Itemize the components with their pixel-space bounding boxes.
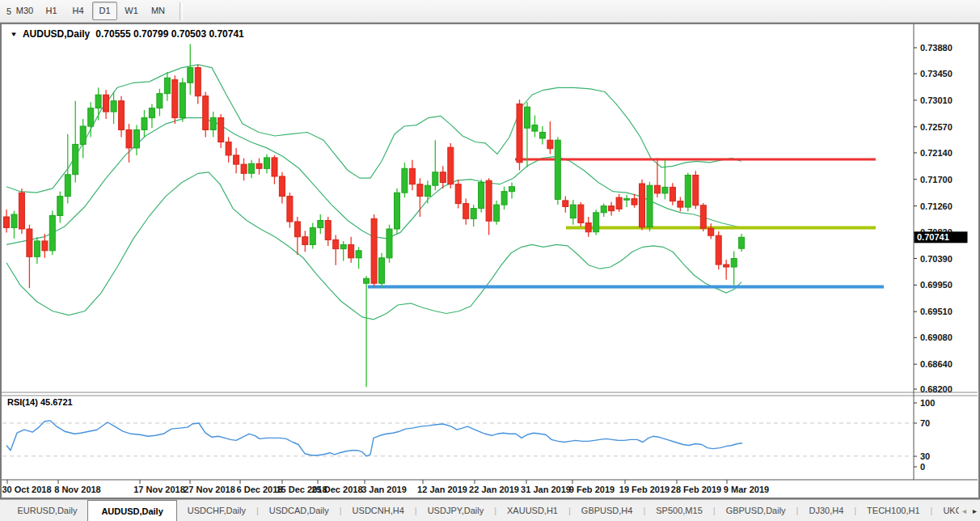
mt4-application: { "toolbar": { "partial_left": "5", "tim… xyxy=(0,0,980,521)
tab-xauusd-h1[interactable]: XAUUSD,H1 xyxy=(496,500,568,521)
tab-usdchf-daily[interactable]: USDCHF,Daily xyxy=(177,500,256,521)
tab-eurusd-daily[interactable]: EURUSD,Daily xyxy=(6,500,87,521)
tab-usdjpy-daily[interactable]: USDJPY,Daily xyxy=(417,500,495,521)
timeframe-button-mn[interactable]: MN xyxy=(146,2,171,20)
chart-ohlc-values: 0.70555 0.70799 0.70503 0.70741 xyxy=(95,28,244,40)
timeframe-button-h1[interactable]: H1 xyxy=(39,2,64,20)
timeframe-button-d1[interactable]: D1 xyxy=(92,2,117,20)
timeframe-button-partial[interactable]: 5 xyxy=(1,6,11,16)
rsi-indicator-label: RSI(14) 45.6721 xyxy=(7,397,73,407)
tab-ukc[interactable]: UKC xyxy=(932,500,959,521)
chart-tab-bar: EURUSD,DailyAUDUSD,DailyUSDCHF,Daily|USD… xyxy=(0,499,980,521)
chart-title: ▼ AUDUSD,Daily 0.70555 0.70799 0.70503 0… xyxy=(11,28,244,40)
tab-dj30-h4[interactable]: DJ30,H4 xyxy=(798,500,854,521)
tab-gbpusd-daily[interactable]: GBPUSD,Daily xyxy=(716,500,796,521)
chart-window[interactable] xyxy=(0,23,980,499)
tab-bar-lead xyxy=(0,500,6,521)
toolbar-separator xyxy=(180,2,183,20)
tab-usdcnh-h4[interactable]: USDCNH,H4 xyxy=(342,500,415,521)
tab-scroll-left-icon[interactable]: ◂ xyxy=(959,506,969,515)
timeframe-button-m30[interactable]: M30 xyxy=(12,2,37,20)
tab-sp500-m15[interactable]: SP500,M15 xyxy=(645,500,712,521)
tab-usdcad-daily[interactable]: USDCAD,Daily xyxy=(259,500,340,521)
tab-tech100-h1[interactable]: TECH100,H1 xyxy=(856,500,930,521)
timeframe-button-w1[interactable]: W1 xyxy=(119,2,144,20)
chart-symbol-label: AUDUSD,Daily xyxy=(23,28,90,40)
tab-audusd-daily[interactable]: AUDUSD,Daily xyxy=(87,500,176,521)
timeframe-toolbar: 5 M30H1H4D1W1MN xyxy=(0,0,980,23)
tab-scroll-right-icon[interactable]: ▸ xyxy=(969,506,980,515)
timeframe-button-h4[interactable]: H4 xyxy=(65,2,91,20)
chevron-down-icon[interactable]: ▼ xyxy=(10,31,18,38)
tab-gbpusd-h4[interactable]: GBPUSD,H4 xyxy=(571,500,644,521)
